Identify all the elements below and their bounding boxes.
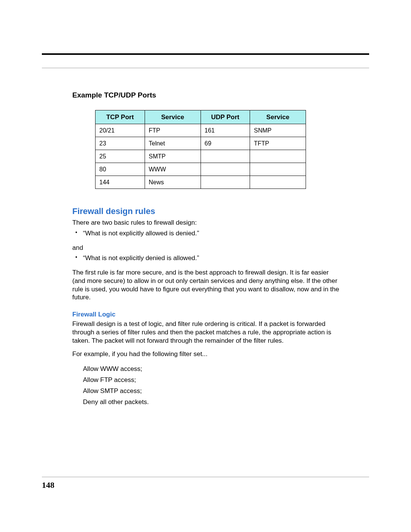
- cell-udp-port: [201, 150, 250, 163]
- footer-rule: [42, 477, 369, 477]
- table-header-row: TCP Port Service UDP Port Service: [96, 110, 306, 124]
- cell-udp-service: [250, 176, 306, 189]
- rule-2: “What is not explicitly denied is allowe…: [72, 254, 342, 262]
- filter-item: Allow FTP access;: [83, 375, 342, 386]
- cell-udp-service: [250, 163, 306, 176]
- table-row: 144 News: [96, 176, 306, 189]
- cell-tcp-service: News: [145, 176, 201, 189]
- cell-udp-port: [201, 163, 250, 176]
- rule-1: “What is not explicitly allowed is denie…: [72, 229, 342, 238]
- document-page: Example TCP/UDP Ports TCP Port Service U…: [0, 0, 411, 532]
- rule-list-1: “What is not explicitly allowed is denie…: [72, 229, 342, 238]
- page-content: Example TCP/UDP Ports TCP Port Service U…: [72, 91, 342, 408]
- cell-tcp-port: 80: [96, 163, 145, 176]
- logic-paragraph: Firewall design is a test of logic, and …: [72, 320, 342, 345]
- table-heading: Example TCP/UDP Ports: [72, 91, 342, 99]
- cell-tcp-port: 144: [96, 176, 145, 189]
- table-row: 80 WWW: [96, 163, 306, 176]
- cell-tcp-port: 23: [96, 137, 145, 150]
- intro-text: There are two basic rules to firewall de…: [72, 219, 342, 227]
- filter-item: Allow SMTP access;: [83, 386, 342, 397]
- table-row: 23 Telnet 69 TFTP: [96, 137, 306, 150]
- cell-tcp-service: SMTP: [145, 150, 201, 163]
- col-udp-port: UDP Port: [201, 110, 250, 124]
- cell-tcp-port: 20/21: [96, 124, 145, 137]
- filter-item: Allow WWW access;: [83, 364, 342, 375]
- cell-tcp-service: Telnet: [145, 137, 201, 150]
- page-footer: 148: [42, 477, 369, 490]
- cell-udp-port: 69: [201, 137, 250, 150]
- filter-item: Deny all other packets.: [83, 397, 342, 408]
- cell-udp-service: SNMP: [250, 124, 306, 137]
- cell-tcp-port: 25: [96, 150, 145, 163]
- table-row: 25 SMTP: [96, 150, 306, 163]
- col-tcp-port: TCP Port: [96, 110, 145, 124]
- table-row: 20/21 FTP 161 SNMP: [96, 124, 306, 137]
- cell-udp-port: 161: [201, 124, 250, 137]
- ports-table: TCP Port Service UDP Port Service 20/21 …: [95, 110, 306, 189]
- explanation-text: The first rule is far more secure, and i…: [72, 268, 342, 302]
- cell-udp-service: [250, 150, 306, 163]
- col-udp-service: Service: [250, 110, 306, 124]
- top-rule: [42, 53, 369, 55]
- cell-udp-service: TFTP: [250, 137, 306, 150]
- section-title: Firewall design rules: [72, 206, 342, 216]
- cell-tcp-service: FTP: [145, 124, 201, 137]
- rule-list-2: “What is not explicitly denied is allowe…: [72, 254, 342, 262]
- cell-tcp-service: WWW: [145, 163, 201, 176]
- cell-udp-port: [201, 176, 250, 189]
- col-tcp-service: Service: [145, 110, 201, 124]
- example-intro: For example, if you had the following fi…: [72, 350, 342, 358]
- and-word: and: [72, 244, 342, 252]
- page-number: 148: [42, 480, 369, 490]
- subsection-title: Firewall Logic: [72, 311, 342, 318]
- sub-rule: [42, 68, 369, 68]
- filter-list: Allow WWW access; Allow FTP access; Allo…: [83, 364, 342, 408]
